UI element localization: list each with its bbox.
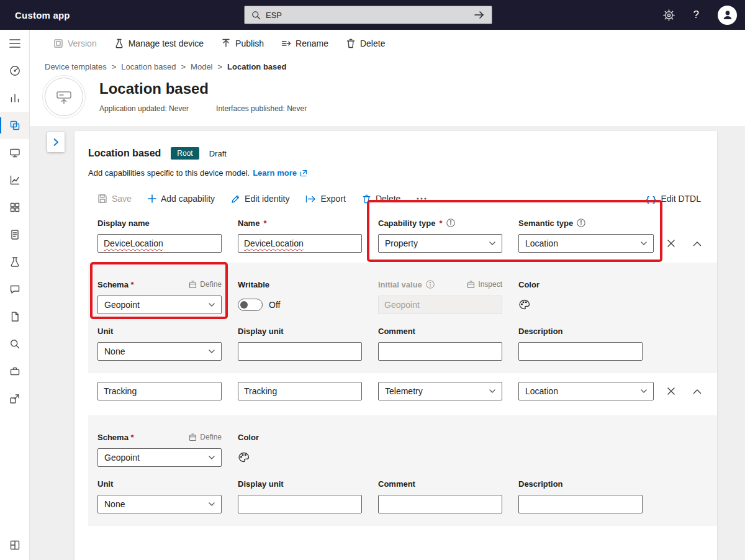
info-icon[interactable]: [446, 219, 455, 227]
initial-value-input: [378, 296, 502, 314]
semantic-type-select[interactable]: Location: [518, 382, 654, 400]
display-name-input[interactable]: Tracking: [97, 382, 222, 400]
info-icon[interactable]: [577, 219, 585, 227]
schema-label: Schema: [97, 280, 129, 289]
name-input[interactable]: DeviceLocation: [238, 234, 362, 253]
nav-analytics-icon[interactable]: [0, 84, 29, 112]
nav-file-icon[interactable]: [0, 303, 29, 330]
nav-menu-icon[interactable]: [0, 30, 29, 57]
display-unit-input[interactable]: [238, 342, 362, 361]
define-schema-button[interactable]: Define: [189, 280, 222, 289]
comment-label: Comment: [378, 327, 415, 336]
add-capability-button[interactable]: Add capability: [148, 194, 215, 204]
define-schema-button[interactable]: Define: [189, 433, 222, 441]
nav-dashboards-grid-icon[interactable]: [0, 194, 29, 221]
schema-select[interactable]: Geopoint: [97, 296, 222, 314]
account-avatar[interactable]: [718, 6, 737, 25]
writable-toggle[interactable]: [238, 299, 263, 311]
external-link-icon: [300, 169, 307, 177]
breadcrumb-separator: >: [112, 62, 117, 71]
description-input[interactable]: [518, 342, 643, 361]
search-input[interactable]: ESP: [266, 11, 469, 20]
nav-customize-icon[interactable]: [0, 531, 29, 559]
nav-audit-log-icon[interactable]: [0, 330, 29, 358]
delete-button[interactable]: Delete: [346, 38, 385, 48]
color-palette-icon[interactable]: [518, 296, 531, 314]
save-button[interactable]: Save: [97, 194, 132, 204]
braces-icon: { }: [646, 194, 657, 204]
delete-capability-button[interactable]: Delete: [362, 194, 400, 204]
nav-dashboard-icon[interactable]: [0, 57, 29, 84]
writable-label: Writable: [238, 280, 269, 289]
device-template-avatar: [45, 78, 83, 116]
interfaces-published-text: Interfaces published: Never: [216, 104, 307, 113]
comment-input[interactable]: [378, 342, 502, 361]
collapse-capability-button[interactable]: [687, 234, 707, 253]
capability-row-1: Display name DeviceLocation Name* Device…: [97, 217, 703, 253]
nav-devices-icon[interactable]: [0, 139, 29, 166]
collapse-capability-button[interactable]: [687, 382, 707, 400]
capability-1-details-panel: Schema * Define Geopoint: [88, 263, 717, 373]
color-palette-icon[interactable]: [238, 448, 250, 467]
more-commands-icon[interactable]: [417, 197, 427, 200]
name-label: Name: [238, 219, 260, 228]
edit-dtdl-button[interactable]: { } Edit DTDL: [646, 194, 701, 204]
breadcrumb-device-templates[interactable]: Device templates: [45, 62, 107, 71]
nav-rules-icon[interactable]: [0, 248, 29, 276]
manage-test-device-button[interactable]: Manage test device: [114, 38, 204, 48]
learn-more-link[interactable]: Learn more: [253, 168, 297, 178]
expand-panel-button[interactable]: [47, 132, 65, 152]
publish-button[interactable]: Publish: [221, 38, 264, 48]
nav-forms-icon[interactable]: [0, 221, 29, 248]
help-icon[interactable]: ?: [693, 9, 699, 21]
rename-button[interactable]: Rename: [281, 38, 328, 48]
draft-status: Draft: [209, 149, 227, 158]
version-button[interactable]: Version: [53, 38, 97, 48]
remove-capability-button[interactable]: [661, 382, 681, 400]
unit-select[interactable]: None: [97, 495, 222, 513]
unit-label: Unit: [97, 327, 113, 336]
semantic-type-select[interactable]: Location: [518, 234, 654, 253]
nav-commands-icon[interactable]: [0, 276, 29, 303]
nav-jobs-icon[interactable]: [0, 358, 29, 385]
breadcrumb-separator: >: [218, 62, 223, 71]
toggle-knob: [240, 301, 248, 309]
capability-type-select[interactable]: Telemetry: [378, 382, 502, 400]
command-bar: Version Manage test device Publish Renam…: [30, 30, 745, 57]
model-description: Add capabilities specific to this device…: [88, 168, 250, 178]
display-unit-input[interactable]: [238, 495, 362, 513]
comment-input[interactable]: [378, 495, 502, 513]
description-input[interactable]: [518, 495, 643, 513]
edit-identity-button[interactable]: Edit identity: [231, 194, 289, 204]
unit-label: Unit: [97, 479, 113, 489]
export-button[interactable]: Export: [305, 194, 345, 204]
settings-gear-icon[interactable]: [663, 9, 675, 21]
toggle-state-label: Off: [269, 300, 280, 310]
display-unit-label: Display unit: [238, 479, 284, 489]
model-toolbar: Save Add capability Edit identity Export: [97, 194, 703, 204]
color-label: Color: [518, 280, 540, 289]
info-icon[interactable]: [426, 280, 435, 289]
remove-capability-button[interactable]: [661, 234, 681, 253]
breadcrumb-model[interactable]: Model: [191, 62, 212, 71]
app-title: Custom app: [0, 10, 70, 20]
root-badge: Root: [171, 147, 199, 160]
schema-select[interactable]: Geopoint: [97, 448, 222, 467]
search-submit-arrow-icon[interactable]: [474, 11, 485, 19]
nav-data-explorer-icon[interactable]: [0, 166, 29, 194]
breadcrumb-location-based[interactable]: Location based: [121, 62, 176, 71]
nav-data-export-icon[interactable]: [0, 385, 29, 412]
unit-select[interactable]: None: [97, 342, 222, 361]
display-name-input[interactable]: DeviceLocation: [97, 234, 222, 253]
global-search-box[interactable]: ESP: [244, 6, 492, 24]
page-header: Location based Application updated: Neve…: [30, 71, 745, 126]
capability-type-select[interactable]: Property: [378, 234, 502, 253]
page-title: Location based: [99, 81, 307, 97]
inspect-button[interactable]: Inspect: [467, 280, 502, 289]
breadcrumb-current: Location based: [227, 62, 286, 71]
breadcrumb-separator: >: [181, 62, 186, 71]
nav-device-templates-icon[interactable]: [0, 112, 29, 139]
name-input[interactable]: Tracking: [238, 382, 362, 400]
capability-2-details-panel: Schema * Define Geopoint: [88, 415, 717, 526]
breadcrumb: Device templates > Location based > Mode…: [30, 57, 745, 71]
